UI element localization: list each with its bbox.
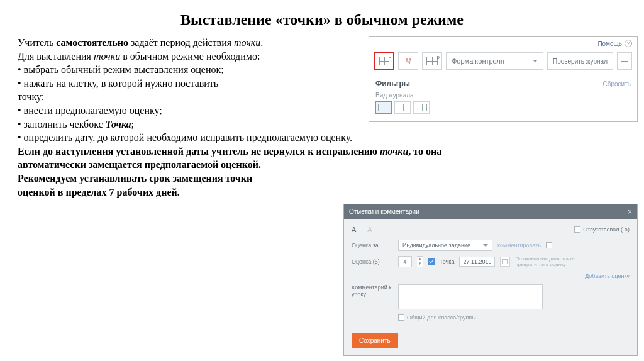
grade-spinner[interactable]: ▲▼ bbox=[417, 256, 423, 267]
checkbox-icon bbox=[574, 226, 580, 233]
calendar-icon[interactable] bbox=[500, 257, 510, 267]
journal-view-label: Вид журнала bbox=[375, 92, 631, 99]
mode-5-button[interactable]: 5 bbox=[422, 52, 442, 70]
chevron-down-icon: ▼ bbox=[417, 262, 423, 267]
add-grade-link[interactable]: Добавить оценку bbox=[352, 273, 630, 279]
absent-label: Отсутствовал (-а) bbox=[583, 226, 630, 233]
grid-icon bbox=[426, 57, 438, 65]
grade5-label: Оценка (5) bbox=[352, 258, 393, 265]
text: , то она bbox=[408, 146, 441, 157]
text: Учитель bbox=[18, 37, 56, 48]
dropdown-value: Индивидуальное задание bbox=[402, 242, 470, 248]
date-hint: По окончании даты точка превратится в оц… bbox=[515, 256, 584, 268]
text-italic: точки bbox=[234, 37, 260, 48]
comment-checkbox[interactable] bbox=[546, 242, 552, 248]
text: задаёт период действия bbox=[128, 37, 234, 48]
summary-1: Если до наступления установленной даты у… bbox=[18, 145, 626, 158]
dropdown-label: Форма контроля bbox=[452, 57, 504, 65]
recommendation-1: Рекомендуем устанавливать срок замещения… bbox=[18, 172, 626, 186]
recommendation-2: оценкой в пределах 7 рабочих дней. bbox=[18, 186, 626, 199]
text: Если до наступления установленной даты у… bbox=[18, 146, 380, 157]
tochka-checkbox[interactable] bbox=[428, 258, 435, 265]
grade-for-label: Оценка за bbox=[352, 242, 393, 248]
view-split-button[interactable] bbox=[413, 101, 430, 114]
x-icon: × bbox=[389, 55, 391, 60]
summary-2: автоматически замещается предполагаемой … bbox=[18, 158, 626, 172]
close-icon[interactable]: × bbox=[628, 208, 632, 216]
bullet-5: • определить дату, до которой необходимо… bbox=[18, 131, 626, 145]
checkbox-icon bbox=[398, 314, 404, 321]
chevron-down-icon bbox=[483, 244, 488, 247]
dialog-header: Отметки и комментарии × bbox=[344, 204, 637, 219]
text: ; bbox=[131, 119, 134, 130]
grid-icon bbox=[378, 104, 389, 111]
text-bold: самостоятельно bbox=[56, 37, 128, 48]
journal-panel: Помощь ? × M 5 Форма контроля Проверить … bbox=[369, 36, 638, 122]
text-bold-italic: Точка bbox=[106, 119, 131, 130]
absent-checkbox-row[interactable]: Отсутствовал (-а) bbox=[574, 226, 630, 233]
columns-icon bbox=[397, 104, 408, 111]
grade-input[interactable]: 4 bbox=[398, 256, 412, 267]
text: • заполнить чекбокс bbox=[18, 119, 106, 130]
save-button[interactable]: Сохранить bbox=[352, 333, 398, 348]
chevron-down-icon bbox=[533, 60, 538, 62]
lesson-comment-textarea[interactable] bbox=[398, 284, 543, 309]
settings-slider-button[interactable] bbox=[617, 52, 632, 70]
date-input[interactable]: 27.11.2019 bbox=[459, 257, 495, 267]
help-link[interactable]: Помощь bbox=[597, 40, 622, 47]
text-italic: точки bbox=[94, 51, 120, 62]
sliders-icon bbox=[621, 58, 628, 64]
comment-link[interactable]: комментировать bbox=[497, 242, 541, 248]
text-italic: точки bbox=[380, 146, 408, 157]
class-common-label: Общий для класса/группы bbox=[407, 314, 476, 321]
lesson-comment-label: Комментарий к уроку bbox=[352, 284, 393, 298]
marks-dialog: Отметки и комментарии × А А Отсутствовал… bbox=[343, 204, 638, 356]
check-journal-button[interactable]: Проверить журнал bbox=[547, 52, 613, 70]
split-icon bbox=[416, 104, 427, 111]
button-label: Проверить журнал bbox=[553, 58, 608, 65]
text: Для выставления bbox=[18, 51, 94, 62]
text: в обычном режиме необходимо: bbox=[120, 51, 260, 62]
reset-link[interactable]: Сбросить bbox=[603, 81, 631, 87]
view-grid-button[interactable] bbox=[375, 101, 392, 114]
dialog-title: Отметки и комментарии bbox=[349, 208, 419, 215]
mode-m-button[interactable]: M bbox=[398, 52, 418, 70]
class-common-row[interactable]: Общий для класса/группы bbox=[398, 314, 630, 321]
date-tab-a[interactable]: А bbox=[352, 226, 356, 233]
help-icon[interactable]: ? bbox=[625, 40, 632, 47]
text: . bbox=[260, 37, 263, 48]
page-title: Выставление «точки» в обычном режиме bbox=[0, 11, 644, 28]
five-icon: 5 bbox=[437, 55, 440, 60]
filters-label: Фильтры bbox=[375, 79, 410, 88]
mode-normal-button[interactable]: × bbox=[374, 52, 394, 70]
date-tab-a2[interactable]: А bbox=[367, 226, 372, 233]
m-icon: M bbox=[406, 58, 411, 65]
tochka-label: Точка bbox=[440, 258, 454, 265]
control-form-dropdown[interactable]: Форма контроля bbox=[446, 52, 543, 70]
chevron-up-icon: ▲ bbox=[417, 257, 423, 262]
task-type-dropdown[interactable]: Индивидуальное задание bbox=[398, 240, 492, 251]
grid-icon bbox=[379, 57, 389, 65]
view-cols-button[interactable] bbox=[394, 101, 411, 114]
